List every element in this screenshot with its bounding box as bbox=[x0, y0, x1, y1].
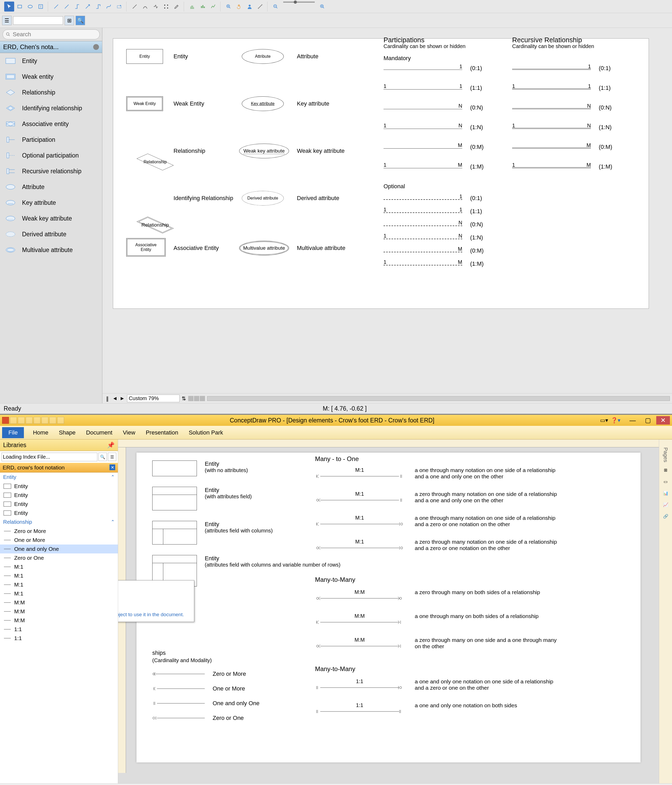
node-tool[interactable] bbox=[161, 2, 171, 11]
canvas2-viewport[interactable]: Entity(with no attributes)Entity(with at… bbox=[118, 439, 659, 783]
zoom-input[interactable] bbox=[127, 395, 180, 402]
chart-tool-3[interactable] bbox=[208, 2, 218, 11]
lib-item-entity[interactable]: Entity bbox=[0, 53, 102, 69]
qat-extra-icon[interactable] bbox=[57, 417, 64, 424]
pin-icon[interactable]: 📌 bbox=[107, 442, 115, 449]
hand-tool[interactable] bbox=[234, 2, 244, 11]
lib-item-derived-attribute[interactable]: Derived attribute bbox=[0, 226, 102, 242]
qat-menu-icon[interactable] bbox=[2, 417, 9, 424]
connector-tool-5[interactable] bbox=[104, 2, 114, 11]
pen-tool[interactable] bbox=[130, 2, 140, 11]
panel-toggle-icon[interactable]: ☰ bbox=[2, 16, 11, 25]
qat-save-icon[interactable] bbox=[26, 417, 33, 424]
line-tool[interactable] bbox=[51, 2, 61, 11]
side-btn-3[interactable]: 📊 bbox=[661, 488, 671, 499]
search-go-icon[interactable]: 🔍 bbox=[98, 453, 107, 461]
canvas-viewport[interactable]: Entity Entity Weak Entity Weak Entity Re… bbox=[102, 28, 672, 403]
library-header[interactable]: ERD, Chen's nota... bbox=[0, 41, 102, 53]
text-tool[interactable]: T bbox=[36, 2, 46, 11]
file-menu[interactable]: File bbox=[2, 427, 24, 438]
search-toggle-icon[interactable]: 🔍 bbox=[76, 16, 85, 25]
lib2-rel-6[interactable]: M:1 bbox=[0, 580, 118, 589]
rect-tool[interactable] bbox=[15, 2, 25, 11]
nav-prev-icon[interactable]: ◄ bbox=[113, 396, 117, 402]
lib2-close-icon[interactable]: ✕ bbox=[109, 464, 115, 470]
qat-new-icon[interactable] bbox=[10, 417, 17, 424]
maximize-button[interactable]: ▢ bbox=[641, 416, 655, 425]
category-entity[interactable]: Entity bbox=[0, 472, 118, 482]
freehand-tool[interactable] bbox=[151, 2, 161, 11]
qat-print-icon[interactable] bbox=[34, 417, 41, 424]
lib-item-optional-participation[interactable]: Optional participation bbox=[0, 147, 102, 163]
lib2-rel-0[interactable]: Zero or More bbox=[0, 527, 118, 536]
lib2-rel-2[interactable]: One and only One bbox=[0, 544, 118, 554]
customize-icon[interactable]: ▭▾ bbox=[600, 417, 608, 424]
lib2-rel-11[interactable]: 1:1 bbox=[0, 625, 118, 634]
hscrollbar[interactable] bbox=[207, 396, 670, 401]
close-library-icon[interactable] bbox=[93, 44, 99, 50]
lib2-entity-3[interactable]: Entity bbox=[0, 508, 118, 518]
side-btn-2[interactable]: ▭ bbox=[661, 477, 671, 487]
ribbon-tab-solution-park[interactable]: Solution Park bbox=[183, 427, 228, 438]
lib2-rel-9[interactable]: M:M bbox=[0, 607, 118, 616]
lib-item-recursive-relationship[interactable]: Recursive relationship bbox=[0, 163, 102, 179]
zoom-out-icon[interactable] bbox=[270, 2, 281, 11]
search-opts-icon[interactable]: ☰ bbox=[108, 453, 116, 461]
measure-tool[interactable] bbox=[255, 2, 265, 11]
zoom-slider[interactable] bbox=[283, 2, 315, 3]
ribbon-tab-shape[interactable]: Shape bbox=[53, 427, 81, 438]
lib-item-participation[interactable]: Participation bbox=[0, 132, 102, 147]
minimize-button[interactable]: — bbox=[626, 416, 639, 425]
lib2-rel-3[interactable]: Zero or One bbox=[0, 554, 118, 562]
ribbon-tab-presentation[interactable]: Presentation bbox=[141, 427, 183, 438]
drawing-page[interactable]: Entity(with no attributes)Entity(with at… bbox=[136, 453, 641, 762]
qat-undo-icon[interactable] bbox=[41, 417, 48, 424]
connector-tool-2[interactable] bbox=[72, 2, 82, 11]
connector-tool-3[interactable] bbox=[83, 2, 93, 11]
ribbon-tab-view[interactable]: View bbox=[117, 427, 141, 438]
category-relationship[interactable]: Relationship bbox=[0, 518, 118, 527]
chart-tool-1[interactable] bbox=[187, 2, 197, 11]
lib-item-key-attribute[interactable]: Key attribute bbox=[0, 195, 102, 211]
side-btn-4[interactable]: 📈 bbox=[661, 500, 671, 510]
edit-tool[interactable] bbox=[172, 2, 182, 11]
lib-item-relationship[interactable]: Relationship bbox=[0, 84, 102, 100]
zoom-stepper-icon[interactable]: ⇅ bbox=[182, 396, 186, 402]
lib2-rel-4[interactable]: M:1 bbox=[0, 562, 118, 571]
nav-next-icon[interactable]: ► bbox=[120, 396, 125, 402]
lib2-rel-5[interactable]: M:1 bbox=[0, 571, 118, 580]
ribbon-tab-home[interactable]: Home bbox=[28, 427, 53, 438]
side-btn-5[interactable]: 🔗 bbox=[661, 511, 671, 522]
lib2-rel-10[interactable]: M:M bbox=[0, 616, 118, 625]
curve-tool[interactable] bbox=[140, 2, 150, 11]
help-icon[interactable]: ❓▾ bbox=[611, 417, 620, 424]
close-button[interactable]: ✕ bbox=[656, 416, 670, 425]
index-search-input[interactable] bbox=[2, 453, 97, 461]
connector-tool-4[interactable] bbox=[93, 2, 103, 11]
chart-tool-2[interactable] bbox=[198, 2, 208, 11]
zoom-in-icon[interactable] bbox=[317, 2, 327, 11]
lib-item-weak-key-attribute[interactable]: Weak key attribute bbox=[0, 211, 102, 226]
zoom-in-tool[interactable] bbox=[223, 2, 234, 11]
drawing-canvas[interactable]: Entity Entity Weak Entity Weak Entity Re… bbox=[113, 38, 649, 309]
lib2-rel-8[interactable]: M:M bbox=[0, 598, 118, 607]
lib2-rel-1[interactable]: One or More bbox=[0, 536, 118, 544]
side-btn-1[interactable]: ⊞ bbox=[661, 465, 671, 475]
lib-item-identifying-relationship[interactable]: Identifying relationship bbox=[0, 100, 102, 116]
lib-item-attribute[interactable]: Attribute bbox=[0, 179, 102, 195]
lib-item-weak-entity[interactable]: Weak entity bbox=[0, 69, 102, 84]
lib2-entity-1[interactable]: Entity bbox=[0, 491, 118, 500]
lib-item-multivalue-attribute[interactable]: Multivalue attribute bbox=[0, 242, 102, 258]
qat-redo-icon[interactable] bbox=[49, 417, 56, 424]
ribbon-tab-document[interactable]: Document bbox=[81, 427, 117, 438]
connector-tool-6[interactable] bbox=[114, 2, 124, 11]
lib2-entity-2[interactable]: Entity bbox=[0, 500, 118, 508]
qat-open-icon[interactable] bbox=[18, 417, 25, 424]
lib2-rel-7[interactable]: M:1 bbox=[0, 589, 118, 598]
lib2-rel-12[interactable]: 1:1 bbox=[0, 634, 118, 643]
library-search-input[interactable] bbox=[3, 30, 100, 39]
connector-tool-1[interactable] bbox=[62, 2, 72, 11]
select-tool[interactable] bbox=[4, 2, 14, 11]
grid-view-icon[interactable]: ⊞ bbox=[64, 16, 74, 25]
user-tool[interactable] bbox=[245, 2, 255, 11]
